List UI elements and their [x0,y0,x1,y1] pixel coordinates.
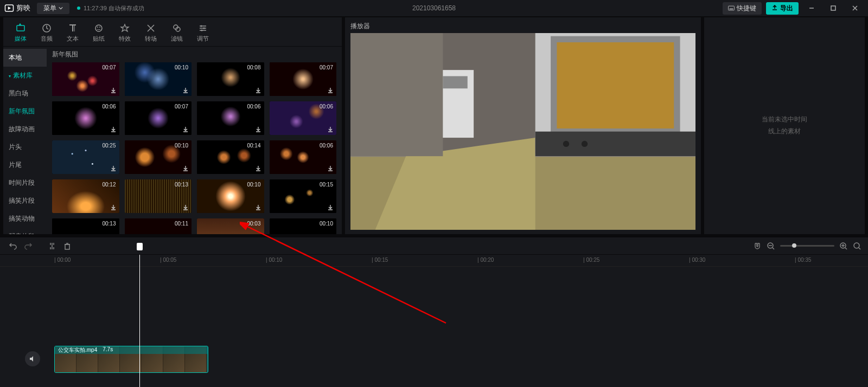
gallery-clip[interactable]: 00:10 [197,179,264,213]
playhead[interactable] [139,255,140,387]
timeline-tracks[interactable]: 公交车实拍.mp4 7.7s [0,267,868,387]
title-bar: 剪映 菜单 11:27:39 自动保存成功 202103061658 快捷键 导… [0,0,868,16]
gallery-clip[interactable]: 00:06 [197,101,264,135]
gallery-clip[interactable]: 00:14 [197,140,264,174]
category-item[interactable]: 片尾 [3,156,47,174]
redo-button[interactable] [22,240,35,253]
download-clip-button[interactable] [110,164,117,172]
ruler-mark: | 00:25 [583,257,599,263]
undo-button[interactable] [7,240,20,253]
gallery-clip[interactable]: 00:07 [125,101,192,135]
zoom-fit-icon [853,242,861,250]
gallery-clip[interactable]: 00:07 [52,62,119,96]
playhead-handle[interactable] [137,243,143,250]
download-clip-button[interactable] [327,86,334,94]
zoom-slider[interactable] [780,245,834,247]
download-clip-button[interactable] [327,125,334,133]
delete-button[interactable] [61,240,74,253]
export-button[interactable]: 导出 [766,2,799,15]
magnet-button[interactable] [753,242,762,250]
category-item[interactable]: 黑白场 [3,85,47,102]
category-item[interactable]: 时间片段 [3,174,47,192]
gallery-clip[interactable]: 00:06 [270,101,337,135]
download-icon [327,165,334,171]
tool-tab-媒体[interactable]: 媒体 [8,21,34,46]
download-clip-button[interactable] [182,86,189,94]
split-button[interactable] [46,240,59,253]
clip-duration: 00:07 [175,104,188,109]
category-item[interactable]: 故障动画 [3,120,47,138]
keyboard-icon [728,5,735,11]
gallery-clip[interactable]: 00:06 [270,140,337,174]
tool-tab-文本[interactable]: 文本 [60,21,86,46]
timeline-ruler[interactable]: | 00:00| 00:05| 00:10| 00:15| 00:20| 00:… [0,255,868,267]
zoom-fit-button[interactable] [853,242,861,250]
category-item[interactable]: 新年氛围 [3,102,47,120]
gallery-clip[interactable]: 00:10 [125,62,192,96]
category-item[interactable]: 搞笑片段 [3,192,47,210]
player-viewport[interactable] [350,33,695,215]
download-clip-button[interactable] [254,125,262,133]
gallery-clip[interactable]: 00:07 [270,62,337,96]
gallery-clip[interactable]: 00:13 [52,218,119,234]
download-clip-button[interactable] [182,203,189,211]
tool-tab-调节[interactable]: 调节 [190,21,216,46]
clip-duration: 00:13 [102,221,116,227]
download-icon [182,165,189,171]
download-clip-button[interactable] [110,86,117,94]
category-item[interactable]: 搞笑动物 [3,210,47,228]
gallery-clip[interactable]: 00:11 [125,218,192,234]
window-close-button[interactable] [846,2,864,15]
track-mute-button[interactable] [25,351,40,366]
download-clip-button[interactable] [254,203,262,211]
zoom-out-icon [767,242,775,250]
svg-rect-21 [535,132,695,156]
zoom-out-button[interactable] [767,242,775,250]
tool-tab-label: 文本 [67,35,79,43]
download-clip-button[interactable] [182,125,189,133]
tool-tab-贴纸[interactable]: 贴纸 [86,21,112,46]
tool-tab-滤镜[interactable]: 滤镜 [164,21,190,46]
download-clip-button[interactable] [327,203,334,211]
player-title: 播放器 [350,22,695,31]
gallery-clip[interactable]: 00:12 [52,179,119,213]
window-minimize-button[interactable] [803,2,820,15]
video-track-clip[interactable]: 公交车实拍.mp4 7.7s [54,346,208,373]
clip-duration: 00:06 [320,143,333,149]
clip-duration: 00:06 [102,104,116,109]
zoom-in-button[interactable] [840,242,847,250]
download-clip-button[interactable] [110,203,117,211]
download-icon [255,126,261,132]
gallery-clip[interactable]: 00:10 [270,218,337,234]
category-item[interactable]: 片头 [3,138,47,156]
svg-point-23 [582,141,588,147]
gallery-clip[interactable]: 00:06 [52,101,119,135]
gallery-clip[interactable]: 00:13 [125,179,192,213]
download-clip-button[interactable] [110,125,117,133]
tool-tab-转场[interactable]: 转场 [138,21,164,46]
zoom-slider-thumb[interactable] [792,243,796,248]
gallery-clip[interactable]: 00:08 [197,62,264,96]
tool-tab-icon [171,23,182,34]
gallery-clip[interactable]: 00:10 [125,140,192,174]
project-title: 202103061658 [412,4,456,12]
gallery-clip[interactable]: 00:03 [197,218,264,234]
window-maximize-button[interactable] [825,2,842,15]
category-item[interactable]: 本地 [3,49,47,67]
download-clip-button[interactable] [254,86,262,94]
tool-tab-特效[interactable]: 特效 [112,21,138,46]
download-clip-button[interactable] [182,164,189,172]
download-clip-button[interactable] [327,164,334,172]
svg-rect-3 [831,6,835,10]
tool-tab-icon [197,23,208,34]
download-clip-button[interactable] [254,164,262,172]
svg-point-7 [97,27,98,28]
gallery-clip[interactable]: 00:15 [270,179,337,213]
category-item[interactable]: ▾素材库 [3,67,47,85]
shortcuts-button[interactable]: 快捷键 [723,2,762,15]
gallery-clip[interactable]: 00:25 [52,140,119,174]
main-menu-button[interactable]: 菜单 [37,3,69,14]
tool-tab-音频[interactable]: 音频 [34,21,60,46]
category-item[interactable]: 配音片段 [3,228,47,234]
clip-duration: 00:10 [320,221,333,227]
